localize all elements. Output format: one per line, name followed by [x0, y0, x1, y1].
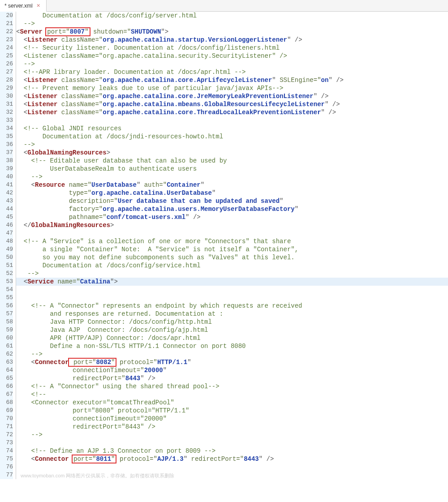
code-line: type="org.apache.catalina.UserDatabase" — [16, 189, 448, 197]
code-line: <Listener className="org.apache.catalina… — [16, 92, 448, 100]
line-number: 25 — [0, 52, 13, 60]
line-number: 70 — [0, 415, 13, 423]
line-number: 23 — [0, 36, 13, 44]
line-number: 54 — [0, 286, 13, 294]
code-line: connectionTimeout="20000" — [16, 366, 448, 374]
code-line: <!-- — [16, 390, 448, 399]
code-line: and responses are returned. Documentatio… — [16, 310, 448, 318]
code-line: --> — [16, 141, 448, 149]
code-line: Documentation at /docs/jndi-resources-ho… — [16, 133, 448, 141]
code-line: <!-- Define an AJP 1.3 Connector on port… — [16, 447, 448, 455]
code-line: </GlobalNamingResources> — [16, 221, 448, 229]
code-line — [16, 463, 448, 471]
code-line: a single "Container" Note: A "Service" i… — [16, 245, 448, 253]
line-number: 51 — [0, 262, 13, 270]
line-number: 40 — [0, 173, 13, 181]
code-line: Documentation at /docs/config/service.ht… — [16, 262, 448, 270]
line-number: 26 — [0, 60, 13, 68]
highlight-box: port="8082" — [68, 358, 117, 367]
editor-tab[interactable]: * server.xml ✕ — [0, 0, 47, 12]
line-number: 29 — [0, 84, 13, 92]
code-line: Documentation at /docs/config/server.htm… — [16, 12, 448, 20]
line-number: 32 — [0, 108, 13, 116]
code-line: so you may not define subcomponents such… — [16, 253, 448, 262]
code-line: <!-- Editable user database that can als… — [16, 157, 448, 165]
line-number: 38 — [0, 157, 13, 165]
code-line: <Connector executor="tomcatThreadPool" — [16, 399, 448, 407]
code-line: APR (HTTP/AJP) Connector: /docs/apr.html — [16, 334, 448, 342]
line-number: 66 — [0, 382, 13, 390]
line-number: 65 — [0, 374, 13, 382]
code-editor[interactable]: 2021222324252627282930313233343536373839… — [0, 12, 448, 479]
line-number: 27 — [0, 68, 13, 76]
code-line: Java HTTP Connector: /docs/config/http.h… — [16, 318, 448, 326]
line-number: 34 — [0, 124, 13, 133]
code-line — [16, 294, 448, 302]
line-number: 43 — [0, 197, 13, 205]
code-line: <!-- A "Connector" using the shared thre… — [16, 382, 448, 390]
code-line: <!-- A "Service" is a collection of one … — [16, 237, 448, 245]
code-line: <GlobalNamingResources> — [16, 149, 448, 157]
code-line: Java AJP Connector: /docs/config/ajp.htm… — [16, 326, 448, 334]
code-line: redirectPort="8443" /> — [16, 374, 448, 382]
line-number: 41 — [0, 181, 13, 189]
line-number: 73 — [0, 439, 13, 447]
code-line: <Listener className="org.apache.catalina… — [16, 52, 448, 60]
code-line: factory="org.apache.catalina.users.Memor… — [16, 205, 448, 213]
code-line: <Listener className="org.apache.catalina… — [16, 108, 448, 116]
line-number: 20 — [0, 12, 13, 20]
line-number: 46 — [0, 221, 13, 229]
code-line: <!-- Prevent memory leaks due to use of … — [16, 84, 448, 92]
line-number: 42 — [0, 189, 13, 197]
line-number: 50 — [0, 253, 13, 262]
code-line: <Resource name="UserDatabase" auth="Cont… — [16, 181, 448, 189]
code-line: --> — [16, 431, 448, 439]
line-number: 57 — [0, 310, 13, 318]
line-number: 59 — [0, 326, 13, 334]
code-line: <Listener className="org.apache.catalina… — [16, 100, 448, 108]
highlight-box: port="8007" — [45, 27, 90, 36]
code-line — [16, 116, 448, 124]
code-line: redirectPort="8443" /> — [16, 423, 448, 431]
line-number: 68 — [0, 399, 13, 407]
code-line: UserDatabaseRealm to authenticate users — [16, 165, 448, 173]
code-area[interactable]: Documentation at /docs/config/server.htm… — [16, 12, 448, 479]
line-number: 64 — [0, 366, 13, 374]
watermark-text: www.toymoban.com 网络图片仅供展示，非存储。如有侵权请联系删除 — [21, 472, 174, 479]
line-number: 62 — [0, 350, 13, 358]
line-number: 35 — [0, 133, 13, 141]
code-line: <Listener className="org.apache.catalina… — [16, 36, 448, 44]
line-number: 39 — [0, 165, 13, 173]
line-number: 45 — [0, 213, 13, 221]
code-line: Define a non-SSL/TLS HTTP/1.1 Connector … — [16, 342, 448, 350]
code-line: --> — [16, 60, 448, 68]
code-line — [16, 439, 448, 447]
code-line: <!-- Security listener. Documentation at… — [16, 44, 448, 52]
line-number: 53 — [0, 278, 13, 286]
line-number: 60 — [0, 334, 13, 342]
highlight-box: port="8011" — [72, 455, 116, 463]
code-line: --> — [16, 350, 448, 358]
code-line — [16, 229, 448, 237]
line-number: 28 — [0, 76, 13, 84]
code-line: <Connector port="8082" protocol="HTTP/1.… — [16, 358, 448, 366]
close-icon[interactable]: ✕ — [35, 3, 42, 9]
code-line: --> — [16, 173, 448, 181]
code-line: <Connector port="8011" protocol="AJP/1.3… — [16, 455, 448, 463]
line-number-gutter: 2021222324252627282930313233343536373839… — [0, 12, 16, 479]
line-number: 31 — [0, 100, 13, 108]
line-number: 37 — [0, 149, 13, 157]
line-number: 30 — [0, 92, 13, 100]
line-number: 55 — [0, 294, 13, 302]
code-line: connectionTimeout="20000" — [16, 415, 448, 423]
code-line: --> — [16, 20, 448, 28]
tab-bar: * server.xml ✕ — [0, 0, 448, 12]
line-number: 44 — [0, 205, 13, 213]
line-number: 49 — [0, 245, 13, 253]
code-line: <Service name="Catalina"> — [16, 278, 448, 286]
line-number: 48 — [0, 237, 13, 245]
code-line: description="User database that can be u… — [16, 197, 448, 205]
line-number: 47 — [0, 229, 13, 237]
line-number: 22 — [0, 28, 13, 36]
code-line: <Listener className="org.apache.catalina… — [16, 76, 448, 84]
